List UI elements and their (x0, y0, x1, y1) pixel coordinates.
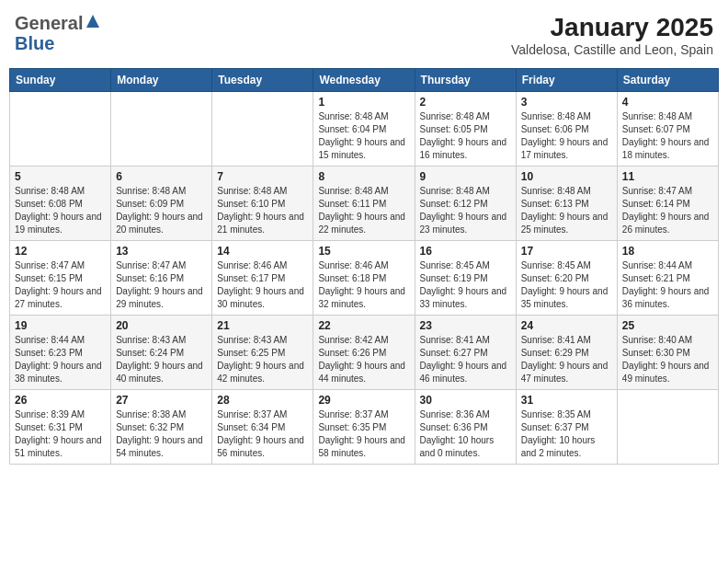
day-info: Sunrise: 8:46 AM Sunset: 6:17 PM Dayligh… (217, 259, 308, 311)
logo-icon (85, 13, 101, 29)
calendar-cell (10, 92, 111, 167)
page-title: January 2025 (511, 13, 713, 42)
day-info: Sunrise: 8:35 AM Sunset: 6:37 PM Dayligh… (521, 408, 612, 460)
calendar-cell: 11Sunrise: 8:47 AM Sunset: 6:14 PM Dayli… (617, 167, 718, 241)
day-info: Sunrise: 8:48 AM Sunset: 6:05 PM Dayligh… (420, 110, 511, 162)
calendar-cell: 19Sunrise: 8:44 AM Sunset: 6:23 PM Dayli… (10, 316, 111, 390)
day-number: 16 (420, 245, 511, 258)
day-info: Sunrise: 8:48 AM Sunset: 6:10 PM Dayligh… (217, 185, 308, 236)
calendar-cell (617, 390, 718, 465)
day-info: Sunrise: 8:38 AM Sunset: 6:32 PM Dayligh… (116, 408, 207, 460)
day-number: 14 (217, 245, 308, 258)
day-number: 12 (15, 245, 106, 258)
logo: General Blue (15, 13, 101, 53)
calendar-cell: 7Sunrise: 8:48 AM Sunset: 6:10 PM Daylig… (212, 167, 313, 241)
weekday-header: Saturday (617, 69, 718, 92)
page-header: General Blue January 2025 Valdelosa, Cas… (9, 9, 719, 61)
day-info: Sunrise: 8:36 AM Sunset: 6:36 PM Dayligh… (420, 408, 511, 460)
day-info: Sunrise: 8:41 AM Sunset: 6:27 PM Dayligh… (420, 334, 511, 385)
calendar-cell: 24Sunrise: 8:41 AM Sunset: 6:29 PM Dayli… (516, 316, 617, 390)
day-info: Sunrise: 8:46 AM Sunset: 6:18 PM Dayligh… (318, 259, 409, 311)
day-info: Sunrise: 8:48 AM Sunset: 6:11 PM Dayligh… (318, 185, 409, 236)
day-info: Sunrise: 8:44 AM Sunset: 6:23 PM Dayligh… (15, 334, 106, 385)
day-info: Sunrise: 8:48 AM Sunset: 6:12 PM Dayligh… (420, 185, 511, 236)
day-number: 20 (116, 319, 207, 332)
day-info: Sunrise: 8:47 AM Sunset: 6:15 PM Dayligh… (15, 259, 106, 311)
day-number: 24 (521, 319, 612, 332)
calendar-cell: 6Sunrise: 8:48 AM Sunset: 6:09 PM Daylig… (111, 167, 212, 241)
day-info: Sunrise: 8:37 AM Sunset: 6:34 PM Dayligh… (217, 408, 308, 460)
day-number: 19 (15, 319, 106, 332)
calendar-cell: 9Sunrise: 8:48 AM Sunset: 6:12 PM Daylig… (415, 167, 516, 241)
calendar-cell: 25Sunrise: 8:40 AM Sunset: 6:30 PM Dayli… (617, 316, 718, 390)
day-number: 30 (420, 394, 511, 407)
day-number: 27 (116, 394, 207, 407)
logo-blue-text: Blue (15, 33, 54, 53)
day-number: 7 (217, 170, 308, 183)
day-info: Sunrise: 8:48 AM Sunset: 6:06 PM Dayligh… (521, 110, 612, 162)
calendar-week-row: 12Sunrise: 8:47 AM Sunset: 6:15 PM Dayli… (10, 241, 719, 316)
day-number: 6 (116, 170, 207, 183)
calendar-cell: 13Sunrise: 8:47 AM Sunset: 6:16 PM Dayli… (111, 241, 212, 316)
day-number: 23 (420, 319, 511, 332)
calendar-cell: 1Sunrise: 8:48 AM Sunset: 6:04 PM Daylig… (313, 92, 415, 167)
day-info: Sunrise: 8:43 AM Sunset: 6:25 PM Dayligh… (217, 334, 308, 385)
weekday-header: Sunday (10, 69, 111, 92)
day-info: Sunrise: 8:48 AM Sunset: 6:04 PM Dayligh… (318, 110, 409, 162)
calendar-cell: 29Sunrise: 8:37 AM Sunset: 6:35 PM Dayli… (313, 390, 415, 465)
day-number: 25 (622, 319, 713, 332)
day-number: 9 (420, 170, 511, 183)
title-block: January 2025 Valdelosa, Castille and Leo… (511, 13, 713, 57)
calendar-cell: 31Sunrise: 8:35 AM Sunset: 6:37 PM Dayli… (516, 390, 617, 465)
day-number: 8 (318, 170, 409, 183)
calendar-cell: 22Sunrise: 8:42 AM Sunset: 6:26 PM Dayli… (313, 316, 415, 390)
calendar-cell: 28Sunrise: 8:37 AM Sunset: 6:34 PM Dayli… (212, 390, 313, 465)
day-info: Sunrise: 8:48 AM Sunset: 6:13 PM Dayligh… (521, 185, 612, 236)
day-info: Sunrise: 8:40 AM Sunset: 6:30 PM Dayligh… (622, 334, 713, 385)
day-number: 29 (318, 394, 409, 407)
day-number: 13 (116, 245, 207, 258)
day-info: Sunrise: 8:44 AM Sunset: 6:21 PM Dayligh… (622, 259, 713, 311)
calendar-cell: 23Sunrise: 8:41 AM Sunset: 6:27 PM Dayli… (415, 316, 516, 390)
calendar-cell: 5Sunrise: 8:48 AM Sunset: 6:08 PM Daylig… (10, 167, 111, 241)
calendar-cell: 10Sunrise: 8:48 AM Sunset: 6:13 PM Dayli… (516, 167, 617, 241)
calendar-header-row: SundayMondayTuesdayWednesdayThursdayFrid… (10, 69, 719, 92)
calendar-cell: 26Sunrise: 8:39 AM Sunset: 6:31 PM Dayli… (10, 390, 111, 465)
calendar-cell (212, 92, 313, 167)
weekday-header: Wednesday (313, 69, 415, 92)
calendar-cell: 17Sunrise: 8:45 AM Sunset: 6:20 PM Dayli… (516, 241, 617, 316)
day-info: Sunrise: 8:47 AM Sunset: 6:14 PM Dayligh… (622, 185, 713, 236)
day-info: Sunrise: 8:48 AM Sunset: 6:08 PM Dayligh… (15, 185, 106, 236)
day-info: Sunrise: 8:45 AM Sunset: 6:20 PM Dayligh… (521, 259, 612, 311)
day-number: 28 (217, 394, 308, 407)
calendar-cell: 8Sunrise: 8:48 AM Sunset: 6:11 PM Daylig… (313, 167, 415, 241)
calendar-cell: 12Sunrise: 8:47 AM Sunset: 6:15 PM Dayli… (10, 241, 111, 316)
calendar-cell: 2Sunrise: 8:48 AM Sunset: 6:05 PM Daylig… (415, 92, 516, 167)
day-number: 21 (217, 319, 308, 332)
calendar-cell: 14Sunrise: 8:46 AM Sunset: 6:17 PM Dayli… (212, 241, 313, 316)
day-number: 17 (521, 245, 612, 258)
calendar-week-row: 1Sunrise: 8:48 AM Sunset: 6:04 PM Daylig… (10, 92, 719, 167)
weekday-header: Friday (516, 69, 617, 92)
calendar-cell: 4Sunrise: 8:48 AM Sunset: 6:07 PM Daylig… (617, 92, 718, 167)
calendar-cell: 21Sunrise: 8:43 AM Sunset: 6:25 PM Dayli… (212, 316, 313, 390)
day-number: 5 (15, 170, 106, 183)
calendar-cell: 3Sunrise: 8:48 AM Sunset: 6:06 PM Daylig… (516, 92, 617, 167)
weekday-header: Monday (111, 69, 212, 92)
logo-general-text: General (15, 13, 83, 33)
calendar-week-row: 5Sunrise: 8:48 AM Sunset: 6:08 PM Daylig… (10, 167, 719, 241)
day-number: 11 (622, 170, 713, 183)
page-subtitle: Valdelosa, Castille and Leon, Spain (511, 42, 713, 57)
day-info: Sunrise: 8:39 AM Sunset: 6:31 PM Dayligh… (15, 408, 106, 460)
day-number: 18 (622, 245, 713, 258)
calendar-cell: 16Sunrise: 8:45 AM Sunset: 6:19 PM Dayli… (415, 241, 516, 316)
calendar-cell (111, 92, 212, 167)
calendar-table: SundayMondayTuesdayWednesdayThursdayFrid… (9, 68, 719, 465)
weekday-header: Tuesday (212, 69, 313, 92)
day-number: 22 (318, 319, 409, 332)
day-number: 2 (420, 96, 511, 109)
day-number: 15 (318, 245, 409, 258)
day-number: 10 (521, 170, 612, 183)
day-info: Sunrise: 8:42 AM Sunset: 6:26 PM Dayligh… (318, 334, 409, 385)
day-number: 3 (521, 96, 612, 109)
